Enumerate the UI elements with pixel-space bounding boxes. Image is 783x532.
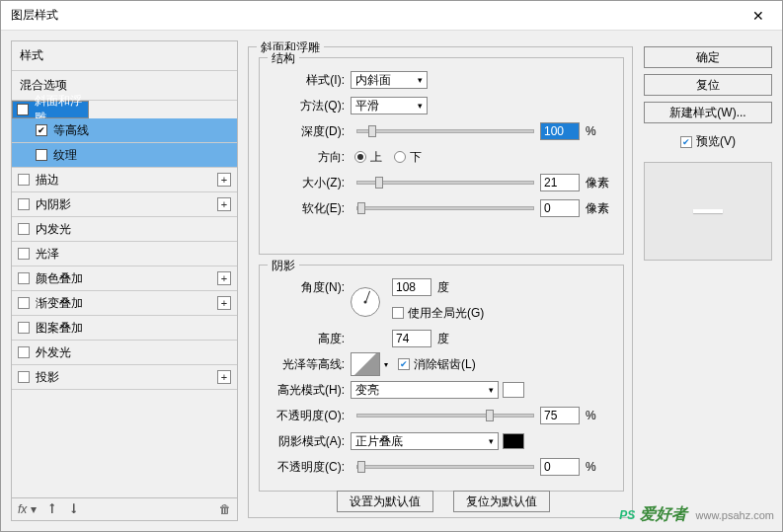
- dir-up-label: 上: [370, 149, 382, 166]
- gloss-contour-picker[interactable]: [351, 352, 380, 376]
- highlight-opacity-slider[interactable]: [356, 414, 534, 418]
- shadow-opacity-input[interactable]: 0: [540, 458, 580, 476]
- highlight-opacity-label: 不透明度(O):: [268, 408, 345, 424]
- soften-slider[interactable]: [356, 206, 534, 210]
- unit: 像素: [586, 175, 615, 191]
- angle-input[interactable]: 108: [392, 278, 431, 296]
- right-panel: 确定 复位 新建样式(W)... ✔ 预览(V): [644, 40, 772, 521]
- global-light-checkbox[interactable]: [392, 307, 404, 319]
- chevron-down-icon: ▾: [489, 385, 494, 395]
- style-item-satin[interactable]: 光泽: [12, 242, 237, 266]
- direction-up-radio[interactable]: [354, 151, 366, 163]
- set-default-button[interactable]: 设置为默认值: [337, 491, 433, 512]
- styles-footer: fx ▾ 🠕 🠗 🗑: [12, 497, 237, 520]
- technique-select[interactable]: 平滑▾: [351, 97, 428, 114]
- style-label: 外发光: [36, 344, 231, 361]
- highlight-mode-select[interactable]: 变亮▾: [351, 381, 499, 399]
- unit: %: [586, 409, 615, 422]
- highlight-color-swatch[interactable]: [503, 382, 524, 398]
- style-item-stroke[interactable]: 描边 +: [12, 168, 237, 192]
- checkbox-icon[interactable]: [18, 248, 30, 260]
- ok-button[interactable]: 确定: [644, 46, 772, 68]
- direction-label: 方向:: [268, 149, 345, 166]
- checkbox-icon[interactable]: [18, 297, 30, 309]
- style-item-inner-shadow[interactable]: 内阴影 +: [12, 192, 237, 217]
- style-item-bevel[interactable]: ✔ 斜面和浮雕: [12, 101, 89, 118]
- structure-group: 结构 样式(I): 内斜面▾ 方法(Q): 平滑▾ 深度(D): 100 %: [259, 57, 624, 255]
- fx-menu-icon[interactable]: fx ▾: [18, 502, 37, 516]
- style-item-drop-shadow[interactable]: 投影 +: [12, 365, 237, 390]
- direction-down-radio[interactable]: [394, 151, 406, 163]
- global-light-label: 使用全局光(G): [408, 305, 484, 322]
- move-up-icon[interactable]: 🠕: [46, 502, 58, 516]
- window-title: 图层样式: [11, 7, 744, 24]
- unit: %: [586, 460, 615, 474]
- style-label: 投影: [36, 369, 217, 386]
- shading-title: 阴影: [268, 258, 299, 274]
- style-item-inner-glow[interactable]: 内发光: [12, 217, 237, 242]
- technique-label: 方法(Q):: [268, 98, 345, 114]
- style-item-contour[interactable]: ✔ 等高线: [12, 118, 237, 143]
- checkbox-icon[interactable]: [18, 322, 30, 334]
- angle-label: 角度(N):: [268, 279, 345, 296]
- plus-icon[interactable]: +: [217, 173, 231, 187]
- highlight-opacity-input[interactable]: 75: [540, 407, 580, 424]
- style-label: 等高线: [53, 122, 231, 139]
- angle-dial[interactable]: [351, 287, 380, 317]
- chevron-down-icon: ▾: [489, 436, 494, 446]
- plus-icon[interactable]: +: [217, 296, 231, 310]
- titlebar: 图层样式 ✕: [1, 1, 782, 31]
- unit: 度: [437, 279, 467, 296]
- soften-label: 软化(E):: [268, 200, 345, 217]
- depth-label: 深度(D):: [268, 123, 345, 140]
- size-input[interactable]: 21: [540, 174, 580, 191]
- checkbox-icon[interactable]: [18, 346, 30, 358]
- style-label: 颜色叠加: [36, 270, 217, 287]
- plus-icon[interactable]: +: [217, 271, 231, 285]
- style-item-gradient-overlay[interactable]: 渐变叠加 +: [12, 291, 237, 316]
- checkbox-icon[interactable]: [18, 371, 30, 383]
- checkbox-icon[interactable]: [36, 149, 47, 161]
- altitude-input[interactable]: 74: [392, 330, 431, 347]
- plus-icon[interactable]: +: [217, 370, 231, 384]
- shadow-color-swatch[interactable]: [503, 433, 524, 449]
- move-down-icon[interactable]: 🠗: [68, 502, 80, 516]
- new-style-button[interactable]: 新建样式(W)...: [644, 102, 772, 123]
- checkbox-icon[interactable]: [18, 174, 30, 186]
- shading-group: 阴影 角度(N): 108 度 使用全局光(G) 高度: 74: [259, 265, 624, 492]
- depth-input[interactable]: 100: [540, 122, 580, 140]
- style-label: 光泽: [36, 246, 231, 263]
- size-slider[interactable]: [356, 181, 534, 185]
- shadow-opacity-slider[interactable]: [356, 465, 534, 469]
- style-label: 内阴影: [36, 196, 217, 213]
- altitude-label: 高度:: [268, 331, 345, 347]
- shadow-mode-select[interactable]: 正片叠底▾: [351, 432, 499, 450]
- depth-slider[interactable]: [356, 129, 534, 133]
- antialias-label: 消除锯齿(L): [414, 356, 476, 373]
- chevron-down-icon[interactable]: ▾: [384, 360, 388, 369]
- cancel-button[interactable]: 复位: [644, 74, 772, 96]
- soften-input[interactable]: 0: [540, 199, 580, 217]
- trash-icon[interactable]: 🗑: [219, 502, 231, 516]
- size-label: 大小(Z):: [268, 175, 345, 191]
- checkbox-icon[interactable]: [18, 272, 30, 284]
- style-select[interactable]: 内斜面▾: [351, 71, 428, 89]
- close-icon[interactable]: ✕: [744, 8, 772, 24]
- style-item-texture[interactable]: 纹理: [12, 143, 237, 168]
- dir-down-label: 下: [410, 149, 422, 166]
- style-item-pattern-overlay[interactable]: 图案叠加: [12, 316, 237, 341]
- reset-default-button[interactable]: 复位为默认值: [453, 491, 550, 512]
- style-item-color-overlay[interactable]: 颜色叠加 +: [12, 266, 237, 291]
- preview-box: [644, 162, 772, 261]
- antialias-checkbox[interactable]: ✔: [398, 358, 410, 370]
- preview-checkbox[interactable]: ✔: [680, 136, 692, 148]
- checkbox-icon[interactable]: [18, 198, 30, 210]
- checkbox-icon[interactable]: ✔: [36, 124, 47, 136]
- checkbox-icon[interactable]: ✔: [17, 104, 29, 115]
- plus-icon[interactable]: +: [217, 197, 231, 211]
- checkbox-icon[interactable]: [18, 223, 30, 235]
- style-item-outer-glow[interactable]: 外发光: [12, 341, 237, 365]
- style-label: 描边: [36, 172, 217, 189]
- gloss-label: 光泽等高线:: [268, 356, 345, 373]
- dialog-body: 样式 混合选项 ✔ 斜面和浮雕 ✔ 等高线 纹理 描边 + 内阴影: [1, 31, 782, 531]
